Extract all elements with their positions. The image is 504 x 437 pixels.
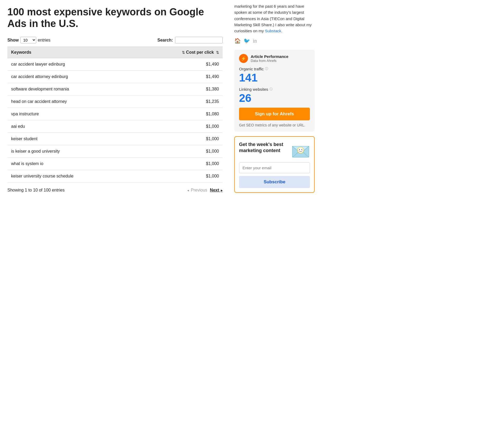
social-icons-group: 🏠 🐦 in [234, 38, 315, 44]
col-header-keywords[interactable]: Keywords [7, 47, 138, 58]
keyword-cell: what is system io [7, 158, 138, 170]
cost-cell: $1,000 [138, 133, 223, 145]
pagination-buttons: ◂ Previous Next ▸ [187, 188, 223, 193]
search-input[interactable] [175, 37, 223, 43]
keyword-cell: vpa instructure [7, 108, 138, 120]
table-controls: Show 10 25 50 100 entries Search: [7, 37, 223, 43]
page-title: 100 most expensive keywords on Google Ad… [7, 6, 223, 29]
article-performance-card: ⚡ Article Performance Data from Ahrefs O… [234, 50, 315, 131]
svg-point-5 [299, 149, 300, 150]
keywords-table: Keywords ⇅ Cost per click ⇅ car accident… [7, 47, 223, 183]
table-row: car accident attorney edinburg $1,490 [7, 71, 223, 83]
linking-websites-info-icon[interactable]: ⓘ [269, 87, 273, 92]
substack-link[interactable]: Substack [265, 29, 281, 33]
cost-cell: $1,490 [138, 58, 223, 71]
cost-cell: $1,000 [138, 120, 223, 133]
linking-websites-label: Linking websites ⓘ [239, 87, 310, 92]
keyword-cell: keiser student [7, 133, 138, 145]
cost-cell: $1,000 [138, 158, 223, 170]
previous-button: ◂ Previous [187, 188, 207, 193]
subscribe-button[interactable]: Subscribe [239, 176, 310, 188]
cost-cell: $1,000 [138, 170, 223, 183]
pagination-row: Showing 1 to 10 of 100 entries ◂ Previou… [7, 188, 223, 193]
ahrefs-icon: ⚡ [239, 54, 248, 63]
keyword-cell: aai edu [7, 120, 138, 133]
table-row: car accident lawyer edinburg $1,490 [7, 58, 223, 71]
search-label: Search: [157, 38, 173, 43]
signup-description: Get SEO metrics of any website or URL. [239, 123, 310, 127]
cost-cell: $1,080 [138, 108, 223, 120]
entries-select[interactable]: 10 25 50 100 [20, 37, 36, 43]
keyword-cell: car accident lawyer edinburg [7, 58, 138, 71]
article-perf-subtitle: Data from Ahrefs [251, 59, 288, 63]
organic-traffic-label: Organic traffic ⓘ [239, 67, 310, 71]
keyword-cell: head on car accident attorney [7, 95, 138, 108]
twitter-icon[interactable]: 🐦 [244, 38, 250, 44]
show-label: Show [7, 38, 19, 43]
table-row: is keiser a good university $1,000 [7, 145, 223, 158]
cost-cell: $1,000 [138, 145, 223, 158]
sidebar: marketing for the past 6 years and have … [230, 0, 320, 199]
keyword-cell: keiser university course schedule [7, 170, 138, 183]
linkedin-icon[interactable]: in [253, 38, 257, 44]
table-row: software development romania $1,380 [7, 83, 223, 95]
table-row: keiser university course schedule $1,000 [7, 170, 223, 183]
search-group: Search: [157, 37, 223, 43]
table-row: what is system io $1,000 [7, 158, 223, 170]
show-entries-group: Show 10 25 50 100 entries [7, 37, 51, 43]
table-row: keiser student $1,000 [7, 133, 223, 145]
table-row: aai edu $1,000 [7, 120, 223, 133]
signup-ahrefs-button[interactable]: Sign up for Ahrefs [239, 108, 310, 120]
svg-point-8 [302, 150, 303, 151]
article-perf-title: Article Performance [251, 54, 288, 59]
cost-cell: $1,380 [138, 83, 223, 95]
keyword-cell: car accident attorney edinburg [7, 71, 138, 83]
organic-traffic-info-icon[interactable]: ⓘ [265, 67, 268, 71]
email-input[interactable] [239, 162, 310, 173]
cost-cell: $1,490 [138, 71, 223, 83]
newsletter-card: Get the week's best marketing content [234, 136, 315, 193]
organic-traffic-value: 141 [239, 72, 310, 84]
cost-cell: $1,235 [138, 95, 223, 108]
article-perf-title-block: Article Performance Data from Ahrefs [251, 54, 288, 63]
envelope-icon [291, 142, 310, 159]
svg-point-7 [298, 150, 299, 151]
entries-suffix: entries [38, 38, 51, 43]
linking-websites-value: 26 [239, 92, 310, 104]
main-content: 100 most expensive keywords on Google Ad… [0, 0, 230, 199]
article-perf-header: ⚡ Article Performance Data from Ahrefs [239, 54, 310, 63]
table-row: vpa instructure $1,080 [7, 108, 223, 120]
newsletter-title: Get the week's best marketing content [239, 142, 284, 154]
next-button[interactable]: Next ▸ [210, 188, 223, 193]
author-text: marketing for the past 6 years and have … [234, 3, 315, 34]
keyword-cell: is keiser a good university [7, 145, 138, 158]
svg-point-6 [301, 149, 303, 150]
table-row: head on car accident attorney $1,235 [7, 95, 223, 108]
table-header-row: Keywords ⇅ Cost per click ⇅ [7, 47, 223, 58]
keyword-cell: software development romania [7, 83, 138, 95]
newsletter-header: Get the week's best marketing content [239, 142, 310, 159]
col-header-cost[interactable]: ⇅ Cost per click ⇅ [138, 47, 223, 58]
pagination-info: Showing 1 to 10 of 100 entries [7, 188, 65, 193]
home-icon[interactable]: 🏠 [234, 38, 241, 44]
